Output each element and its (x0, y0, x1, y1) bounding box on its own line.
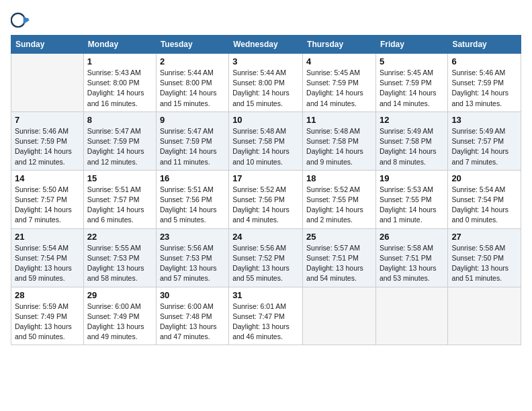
day-number: 18 (306, 173, 372, 183)
day-cell: 11Sunrise: 5:48 AM Sunset: 7:58 PM Dayli… (303, 111, 376, 170)
col-header-friday: Friday (375, 36, 447, 54)
day-info: Sunrise: 6:00 AM Sunset: 7:49 PM Dayligh… (87, 302, 152, 342)
day-number: 20 (451, 173, 517, 183)
day-number: 4 (306, 56, 372, 66)
day-number: 10 (232, 115, 299, 125)
day-cell: 12Sunrise: 5:49 AM Sunset: 7:58 PM Dayli… (375, 111, 447, 170)
day-number: 1 (87, 56, 152, 66)
col-header-thursday: Thursday (303, 36, 376, 54)
day-info: Sunrise: 5:52 AM Sunset: 7:55 PM Dayligh… (306, 185, 372, 226)
day-cell: 9Sunrise: 5:47 AM Sunset: 7:59 PM Daylig… (156, 111, 228, 170)
day-info: Sunrise: 5:56 AM Sunset: 7:53 PM Dayligh… (160, 243, 225, 284)
day-cell: 24Sunrise: 5:56 AM Sunset: 7:52 PM Dayli… (229, 228, 303, 287)
day-cell: 8Sunrise: 5:47 AM Sunset: 7:59 PM Daylig… (83, 111, 156, 170)
day-number: 2 (160, 56, 225, 66)
day-cell: 5Sunrise: 5:45 AM Sunset: 7:59 PM Daylig… (375, 54, 447, 112)
day-number: 6 (451, 56, 517, 66)
col-header-tuesday: Tuesday (156, 36, 228, 54)
day-cell: 14Sunrise: 5:50 AM Sunset: 7:57 PM Dayli… (11, 170, 84, 228)
svg-rect-2 (24, 18, 28, 20)
day-number: 22 (87, 232, 152, 242)
col-header-wednesday: Wednesday (229, 36, 303, 54)
day-number: 31 (232, 290, 299, 300)
day-number: 11 (306, 115, 372, 125)
day-info: Sunrise: 5:54 AM Sunset: 7:54 PM Dayligh… (451, 185, 517, 226)
day-number: 27 (451, 232, 517, 242)
logo (11, 11, 32, 30)
day-cell: 25Sunrise: 5:57 AM Sunset: 7:51 PM Dayli… (303, 228, 376, 287)
day-number: 14 (15, 173, 80, 183)
day-info: Sunrise: 5:48 AM Sunset: 7:58 PM Dayligh… (232, 126, 299, 167)
day-cell (448, 287, 521, 345)
day-info: Sunrise: 5:55 AM Sunset: 7:53 PM Dayligh… (87, 243, 152, 284)
day-info: Sunrise: 5:45 AM Sunset: 7:59 PM Dayligh… (306, 68, 372, 109)
day-cell: 23Sunrise: 5:56 AM Sunset: 7:53 PM Dayli… (156, 228, 228, 287)
day-number: 29 (87, 290, 152, 300)
day-cell: 31Sunrise: 6:01 AM Sunset: 7:47 PM Dayli… (229, 287, 303, 345)
day-number: 25 (306, 232, 372, 242)
week-row-1: 1Sunrise: 5:43 AM Sunset: 8:00 PM Daylig… (11, 54, 521, 112)
week-row-5: 28Sunrise: 5:59 AM Sunset: 7:49 PM Dayli… (11, 287, 521, 345)
day-cell: 22Sunrise: 5:55 AM Sunset: 7:53 PM Dayli… (83, 228, 156, 287)
day-info: Sunrise: 5:45 AM Sunset: 7:59 PM Dayligh… (380, 68, 444, 109)
day-number: 8 (87, 115, 152, 125)
day-info: Sunrise: 6:00 AM Sunset: 7:48 PM Dayligh… (160, 302, 225, 342)
day-number: 30 (160, 290, 225, 300)
week-row-3: 14Sunrise: 5:50 AM Sunset: 7:57 PM Dayli… (11, 170, 521, 228)
day-number: 9 (160, 115, 225, 125)
day-info: Sunrise: 5:57 AM Sunset: 7:51 PM Dayligh… (306, 243, 372, 284)
day-cell: 30Sunrise: 6:00 AM Sunset: 7:48 PM Dayli… (156, 287, 228, 345)
day-info: Sunrise: 5:44 AM Sunset: 8:00 PM Dayligh… (232, 68, 299, 109)
day-info: Sunrise: 5:44 AM Sunset: 8:00 PM Dayligh… (160, 68, 225, 109)
day-number: 28 (15, 290, 80, 300)
day-cell: 27Sunrise: 5:58 AM Sunset: 7:50 PM Dayli… (448, 228, 521, 287)
day-info: Sunrise: 5:43 AM Sunset: 8:00 PM Dayligh… (87, 68, 152, 109)
day-info: Sunrise: 5:49 AM Sunset: 7:57 PM Dayligh… (451, 126, 517, 167)
day-cell: 1Sunrise: 5:43 AM Sunset: 8:00 PM Daylig… (83, 54, 156, 112)
day-number: 5 (380, 56, 444, 66)
day-number: 3 (232, 56, 299, 66)
day-number: 23 (160, 232, 225, 242)
day-number: 16 (160, 173, 225, 183)
day-cell: 2Sunrise: 5:44 AM Sunset: 8:00 PM Daylig… (156, 54, 228, 112)
col-header-monday: Monday (83, 36, 156, 54)
day-cell: 28Sunrise: 5:59 AM Sunset: 7:49 PM Dayli… (11, 287, 84, 345)
day-cell: 6Sunrise: 5:46 AM Sunset: 7:59 PM Daylig… (448, 54, 521, 112)
page-header (11, 11, 521, 30)
day-number: 7 (15, 115, 80, 125)
day-number: 19 (380, 173, 444, 183)
day-number: 15 (87, 173, 152, 183)
day-number: 26 (380, 232, 444, 242)
day-cell: 3Sunrise: 5:44 AM Sunset: 8:00 PM Daylig… (229, 54, 303, 112)
day-number: 17 (232, 173, 299, 183)
day-info: Sunrise: 5:54 AM Sunset: 7:54 PM Dayligh… (15, 243, 80, 284)
day-cell: 20Sunrise: 5:54 AM Sunset: 7:54 PM Dayli… (448, 170, 521, 228)
day-info: Sunrise: 5:46 AM Sunset: 7:59 PM Dayligh… (15, 126, 80, 167)
day-number: 24 (232, 232, 299, 242)
day-cell: 7Sunrise: 5:46 AM Sunset: 7:59 PM Daylig… (11, 111, 84, 170)
day-info: Sunrise: 5:58 AM Sunset: 7:50 PM Dayligh… (451, 243, 517, 284)
day-info: Sunrise: 5:59 AM Sunset: 7:49 PM Dayligh… (15, 302, 80, 342)
week-row-4: 21Sunrise: 5:54 AM Sunset: 7:54 PM Dayli… (11, 228, 521, 287)
day-cell: 26Sunrise: 5:58 AM Sunset: 7:51 PM Dayli… (375, 228, 447, 287)
day-info: Sunrise: 5:58 AM Sunset: 7:51 PM Dayligh… (380, 243, 444, 284)
day-cell: 15Sunrise: 5:51 AM Sunset: 7:57 PM Dayli… (83, 170, 156, 228)
day-cell: 18Sunrise: 5:52 AM Sunset: 7:55 PM Dayli… (303, 170, 376, 228)
col-header-sunday: Sunday (11, 36, 84, 54)
day-info: Sunrise: 5:53 AM Sunset: 7:55 PM Dayligh… (380, 185, 444, 226)
calendar-table: SundayMondayTuesdayWednesdayThursdayFrid… (11, 35, 521, 345)
day-cell (303, 287, 376, 345)
day-cell: 10Sunrise: 5:48 AM Sunset: 7:58 PM Dayli… (229, 111, 303, 170)
day-info: Sunrise: 5:47 AM Sunset: 7:59 PM Dayligh… (160, 126, 225, 167)
day-cell: 19Sunrise: 5:53 AM Sunset: 7:55 PM Dayli… (375, 170, 447, 228)
day-cell: 16Sunrise: 5:51 AM Sunset: 7:56 PM Dayli… (156, 170, 228, 228)
day-number: 12 (380, 115, 444, 125)
day-cell (11, 54, 84, 112)
day-info: Sunrise: 5:47 AM Sunset: 7:59 PM Dayligh… (87, 126, 152, 167)
day-number: 21 (15, 232, 80, 242)
day-cell: 4Sunrise: 5:45 AM Sunset: 7:59 PM Daylig… (303, 54, 376, 112)
day-number: 13 (451, 115, 517, 125)
day-cell: 17Sunrise: 5:52 AM Sunset: 7:56 PM Dayli… (229, 170, 303, 228)
day-cell (375, 287, 447, 345)
day-cell: 21Sunrise: 5:54 AM Sunset: 7:54 PM Dayli… (11, 228, 84, 287)
